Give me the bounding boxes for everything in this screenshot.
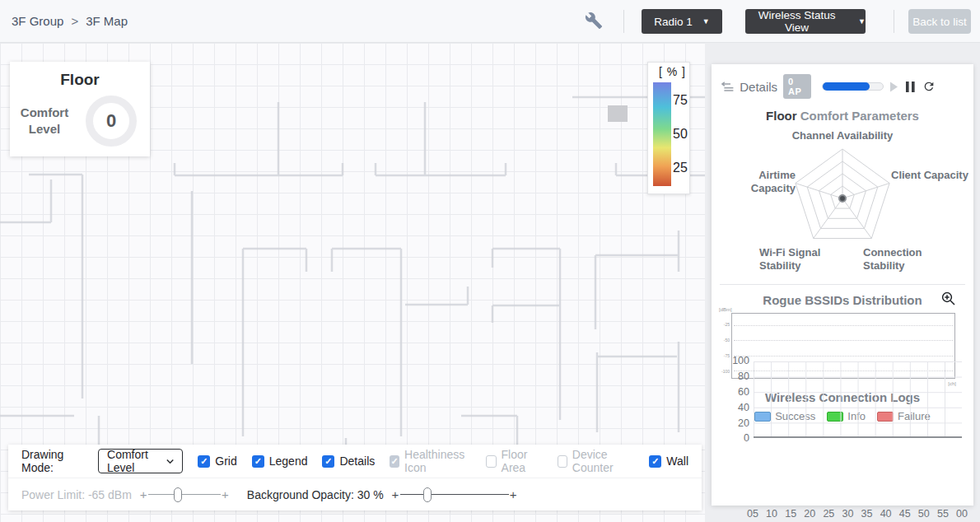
checkbox-legend[interactable]: Legend [252,454,308,468]
checkbox-icon [198,455,210,468]
checkbox-grid[interactable]: Grid [198,454,236,468]
slider-end-mark: + [392,487,399,501]
play-icon[interactable] [889,82,898,92]
checkbox-details[interactable]: Details [322,454,375,468]
logs-x-tick: 45 [899,508,911,520]
toolbar-divider [894,10,894,33]
logs-x-tick: 15 [785,508,796,520]
checkbox-label: Floor Area [502,448,543,474]
map-controls-panel: Drawing Mode: Comfort Level Grid Legend … [8,445,702,510]
power-limit-slider-thumb[interactable] [174,487,182,502]
view-dropdown-label: Wireless Status View [745,9,848,34]
power-limit-slider[interactable]: + + [140,486,229,504]
radio-dropdown-label: Radio 1 [654,16,693,28]
drawing-mode-select[interactable]: Comfort Level [98,449,183,473]
logs-x-tick: 30 [842,508,853,520]
checkbox-device-counter: Device Counter [558,448,635,474]
rogue-bssids-title: Rogue BSSIDs Distribution [763,293,922,307]
logs-x-tick-labels: 051015202530354045505500 [747,508,968,520]
color-gradient-bar [653,82,671,186]
power-limit-label: Power Limit: -65 dBm [21,488,132,501]
logs-x-tick: 10 [766,508,777,520]
breadcrumb: 3F Group > 3F Map [12,14,128,28]
drawing-mode-value: Comfort Level [107,448,166,474]
background-opacity-label: Background Opacity: 30 % [247,488,384,501]
legend-tick: 50 [673,128,688,141]
background-opacity-slider[interactable]: + + [392,486,517,504]
comfort-level-value: 0 [106,110,116,132]
top-bar: 3F Group > 3F Map Radio 1 ▼ Wireless Sta… [0,0,980,43]
checkbox-icon [486,455,496,468]
title-rest: Comfort Parameters [800,109,919,123]
floor-comfort-card: Floor Comfort Level 0 [10,62,150,156]
rogue-y-tick: -50 [724,338,730,343]
toolbar-divider [623,10,624,33]
checkbox-icon [390,455,399,468]
sidebar-header: Details 0 AP [712,64,973,99]
drawing-mode-label: Drawing Mode: [21,448,83,474]
logs-x-tick: 55 [937,508,949,520]
checkbox-icon [649,455,661,468]
legend-unit-label: [ % ] [648,63,689,78]
refresh-progress-bar[interactable] [822,82,884,91]
breadcrumb-group-link[interactable]: 3F Group [12,14,63,28]
logs-x-tick: 50 [918,508,930,520]
checkbox-icon [322,455,334,468]
zoom-in-magnifier-icon[interactable] [941,291,955,305]
logs-x-tick: 25 [823,508,834,520]
logs-x-tick: 00 [956,508,968,520]
section-divider [720,284,965,285]
logs-y-tick: 100 [732,356,749,366]
checkbox-wall[interactable]: Wall [649,454,688,468]
legend-tick: 75 [673,94,688,107]
slider-end-mark: + [222,487,229,501]
comfort-level-gauge: 0 [86,96,137,147]
checkbox-label: Grid [215,454,236,468]
logs-y-tick-labels: 100806040200 [721,356,749,444]
logs-x-tick: 20 [804,508,815,520]
logs-x-tick: 05 [747,508,758,520]
comfort-radar-chart: Channel Availability Airtime Capacity Cl… [712,129,973,276]
comfort-level-label: Comfort Level [10,105,79,138]
checkbox-label: Healthiness Icon [404,448,471,474]
legend-tick-labels: 755025 [673,94,688,175]
view-dropdown[interactable]: Wireless Status View ▼ [745,9,866,34]
checkbox-icon [252,455,264,468]
logs-y-tick: 60 [738,387,749,398]
checkbox-healthiness-icon: Healthiness Icon [390,448,471,474]
legend-tick: 25 [673,161,688,175]
checkbox-label: Legend [269,454,308,468]
rogue-y-tick: -25 [724,323,730,327]
back-to-list-button[interactable]: Back to list [908,9,971,34]
floor-card-title: Floor [10,71,150,89]
checkbox-floor-area: Floor Area [486,448,542,474]
rogue-y-axis-unit: [dBm] [719,307,732,312]
settings-wrench-icon[interactable] [585,12,606,33]
radio-dropdown[interactable]: Radio 1 ▼ [642,9,722,34]
details-label: Details [740,80,777,94]
logs-y-tick: 20 [738,418,749,429]
logs-x-tick: 40 [880,508,892,520]
progress-fill [823,82,870,91]
dropdown-arrow-icon: ▼ [702,18,710,26]
logs-y-tick: 80 [738,371,749,382]
slider-end-mark: + [140,487,147,501]
checkbox-label: Details [339,454,375,468]
background-opacity-slider-thumb[interactable] [423,487,432,502]
logs-y-tick: 0 [744,433,749,444]
connection-logs-chart [754,361,962,438]
chevron-down-icon [166,459,174,464]
breadcrumb-page: 3F Map [86,14,128,28]
breadcrumb-separator: > [71,14,78,28]
color-scale-legend: [ % ] 755025 [647,62,690,194]
checkbox-label: Device Counter [572,448,634,474]
radar-pentagon [760,141,925,260]
logs-y-tick: 40 [738,403,749,413]
slider-end-mark: + [510,487,517,501]
refresh-icon[interactable] [922,80,936,93]
pause-icon[interactable] [906,82,915,92]
collapse-panel-icon[interactable] [721,81,734,92]
floor-map[interactable]: Floor Comfort Level 0 [ % ] 755025 Drawi… [0,43,705,522]
checkbox-icon [558,455,567,468]
details-sidebar: Details 0 AP Floor Comfort Parameters Ch… [712,64,973,506]
